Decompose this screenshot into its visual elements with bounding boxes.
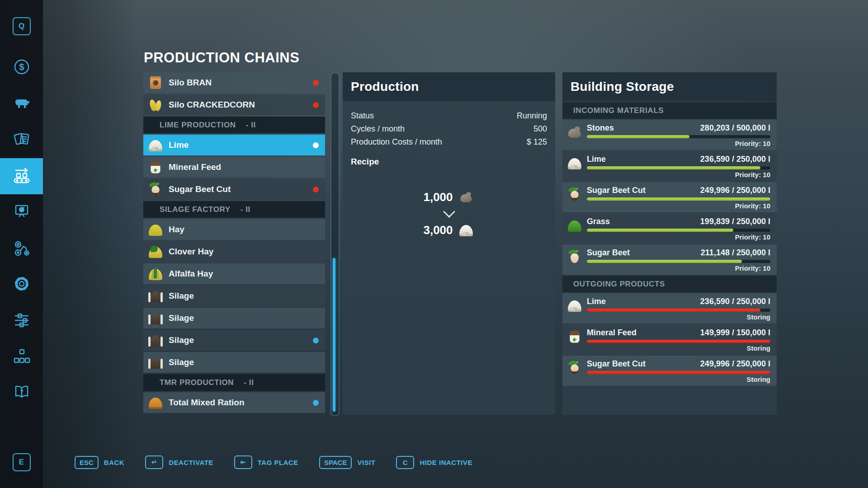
list-item-label: Silo CRACKEDCORN: [169, 100, 255, 110]
fill-bar: [587, 229, 770, 232]
section-header-silage-factory: SILAGE FACTORY - II: [143, 201, 325, 218]
connections-icon: [12, 346, 32, 368]
list-item-label: Silage: [169, 357, 194, 367]
back-label: BACK: [104, 459, 124, 466]
list-item-silage-4[interactable]: Silage: [143, 352, 325, 373]
lime-icon: [147, 136, 164, 154]
status-dot-none: [313, 271, 319, 277]
storage-row-sugar-beet[interactable]: Sugar Beet211,148 / 250,000 l Priority: …: [562, 244, 777, 275]
hide-inactive-button[interactable]: C HIDE INACTIVE: [396, 456, 472, 469]
costs-value: $ 125: [527, 137, 547, 147]
priority-label: Priority: 10: [735, 202, 770, 210]
enter-keycap: ↵: [145, 455, 163, 469]
section-header-suffix: - II: [246, 121, 256, 130]
section-header-label: SILAGE FACTORY: [160, 205, 231, 214]
list-item-hay[interactable]: Hay: [143, 219, 325, 240]
status-dot-none: [313, 164, 319, 170]
contracts-icon: [12, 129, 32, 151]
list-item-lime-selected[interactable]: Lime: [143, 135, 325, 155]
storage-row-lime[interactable]: Lime236,590 / 250,000 l Priority: 10: [562, 151, 777, 181]
list-item-silage-1[interactable]: Silage: [143, 286, 325, 306]
sidebar-item-connections[interactable]: [0, 339, 43, 375]
status-dot-none: [313, 293, 319, 299]
status-dot-red: [313, 102, 319, 108]
sidebar-item-vehicles[interactable]: [0, 230, 43, 267]
silage-icon: [147, 332, 164, 349]
product-name: Lime: [587, 297, 606, 306]
sidebar-item-game-settings[interactable]: [0, 303, 43, 339]
building-storage-header: Building Storage: [562, 72, 777, 101]
fill-bar: [587, 260, 770, 263]
storage-row-out-sugar-beet-cut[interactable]: Sugar Beet Cut249,996 / 250,000 l Storin…: [562, 356, 777, 386]
list-scrollbar-thumb[interactable]: [333, 258, 335, 412]
cracked-corn-icon: [147, 96, 164, 113]
sidebar-item-statistics[interactable]: [0, 194, 43, 230]
recipe-block: 1,000 3,000: [343, 188, 555, 239]
sidebar-item-animals[interactable]: [0, 86, 43, 122]
sidebar-item-finances[interactable]: $: [0, 50, 43, 86]
tab-keycap: ⇤: [234, 455, 252, 469]
list-item-silo-bran[interactable]: Silo BRAN: [143, 72, 325, 93]
visit-button[interactable]: SPACE VISIT: [319, 456, 376, 469]
game-screen: Q $: [0, 0, 868, 488]
sidebar-item-help[interactable]: ?: [0, 375, 43, 411]
incoming-materials-header: INCOMING MATERIALS: [562, 102, 777, 119]
sidebar-item-contracts[interactable]: [0, 122, 43, 158]
list-item-alfalfa-hay[interactable]: Alfalfa Hay: [143, 263, 325, 284]
finances-icon: $: [12, 57, 32, 79]
storage-row-out-lime[interactable]: Lime236,590 / 250,000 l Storing: [562, 293, 777, 324]
tag-place-label: TAG PLACE: [258, 459, 298, 466]
svg-text:?: ?: [20, 389, 23, 395]
storage-row-out-mineral-feed[interactable]: Mineral Feed149,999 / 150,000 l Storing: [562, 324, 777, 355]
list-scrollbar[interactable]: [330, 72, 340, 416]
svg-text:$: $: [19, 62, 24, 72]
product-name: Sugar Beet Cut: [587, 359, 646, 369]
hotkey-q: Q: [13, 17, 31, 35]
sugar-beet-cut-icon: [566, 359, 583, 376]
silage-icon: [147, 354, 164, 371]
section-header-suffix: - II: [244, 378, 254, 387]
fill-bar: [587, 135, 770, 138]
status-dot-red: [313, 80, 319, 86]
sugar-beet-cut-icon: [566, 186, 583, 203]
recipe-input-amount: 1,000: [423, 190, 453, 204]
list-item-label: Total Mixed Ration: [169, 398, 244, 408]
status-dot-cyan: [313, 400, 319, 406]
deactivate-button[interactable]: ↵ DEACTIVATE: [145, 455, 213, 469]
back-button[interactable]: ESC BACK: [75, 456, 124, 469]
priority-label: Priority: 10: [735, 233, 770, 241]
recipe-label: Recipe: [343, 147, 555, 167]
settings-icon: [12, 274, 32, 296]
list-item-mineral-feed[interactable]: Mineral Feed: [143, 157, 325, 178]
list-item-label: Clover Hay: [169, 247, 213, 257]
storage-row-sugar-beet-cut[interactable]: Sugar Beet Cut249,996 / 250,000 l Priori…: [562, 182, 777, 212]
list-item-clover-hay[interactable]: Clover Hay: [143, 241, 325, 262]
storage-row-grass[interactable]: Grass199,839 / 250,000 l Priority: 10: [562, 213, 777, 244]
section-header-label: TMR PRODUCTION: [160, 378, 234, 387]
list-item-total-mixed-ration[interactable]: Total Mixed Ration: [143, 392, 325, 413]
material-amount: 236,590 / 250,000 l: [700, 155, 770, 164]
space-keycap: SPACE: [319, 456, 352, 469]
list-item-label: Silo BRAN: [169, 78, 212, 88]
section-header-tmr-production: TMR PRODUCTION - II: [143, 374, 325, 391]
status-row: Status Running: [351, 111, 547, 121]
esc-keycap: ESC: [75, 456, 99, 469]
product-amount: 236,590 / 250,000 l: [700, 297, 770, 306]
status-dot-none: [313, 227, 319, 233]
list-item-silo-crackedcorn[interactable]: Silo CRACKEDCORN: [143, 94, 325, 115]
list-item-sugar-beet-cut[interactable]: Sugar Beet Cut: [143, 179, 325, 200]
sugar-beet-cut-icon: [147, 181, 164, 198]
animals-icon: [12, 93, 32, 115]
lime-icon: [458, 221, 475, 239]
list-item-silage-2[interactable]: Silage: [143, 308, 325, 328]
sidebar-item-production-chains[interactable]: [0, 158, 43, 194]
priority-label: Priority: 10: [735, 140, 770, 147]
hotkey-e: E: [13, 453, 31, 471]
storage-row-stones[interactable]: Stones280,203 / 500,000 l Priority: 10: [562, 120, 777, 150]
recipe-input: 1,000: [423, 188, 474, 206]
sidebar-item-settings[interactable]: [0, 267, 43, 303]
list-item-silage-3[interactable]: Silage: [143, 330, 325, 351]
storing-label: Storing: [747, 313, 771, 321]
silo-bran-icon: [147, 74, 164, 91]
tag-place-button[interactable]: ⇤ TAG PLACE: [234, 455, 298, 469]
